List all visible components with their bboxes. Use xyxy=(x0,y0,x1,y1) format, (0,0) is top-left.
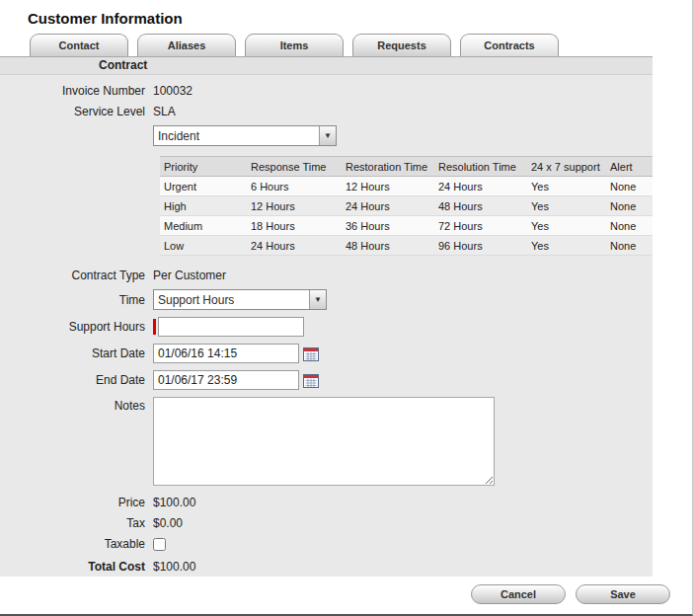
tab-contact[interactable]: Contact xyxy=(30,34,128,56)
cell: None xyxy=(606,196,653,216)
end-date-row: End Date xyxy=(0,370,653,390)
sla-type-select[interactable]: Incident ▼ xyxy=(153,125,337,146)
start-date-input[interactable] xyxy=(153,344,299,363)
cell: None xyxy=(606,177,653,196)
service-level-value: SLA xyxy=(153,105,176,118)
cell: None xyxy=(606,216,653,236)
cell: 18 Hours xyxy=(247,216,342,236)
cell: 12 Hours xyxy=(342,177,434,196)
tab-items[interactable]: Items xyxy=(245,34,344,56)
start-date-label: Start Date xyxy=(0,346,153,360)
column-header: 24 x 7 support xyxy=(527,157,606,177)
cell: Yes xyxy=(527,196,606,216)
column-header: Response Time xyxy=(247,157,342,177)
sla-type-select-value: Incident xyxy=(154,126,319,145)
time-select-value: Support Hours xyxy=(154,290,309,309)
tab-contracts[interactable]: Contracts xyxy=(460,34,559,56)
total-cost-row: Total Cost $100.00 xyxy=(0,560,653,574)
taxable-checkbox[interactable] xyxy=(153,538,166,551)
calendar-icon[interactable] xyxy=(303,346,319,361)
column-header: Priority xyxy=(160,157,247,177)
table-row: Medium 18 Hours 36 Hours 72 Hours Yes No… xyxy=(160,216,653,236)
cell: High xyxy=(160,196,247,216)
total-cost-value: $100.00 xyxy=(153,560,195,574)
cell: 36 Hours xyxy=(342,216,434,236)
page-title: Customer Information xyxy=(0,0,692,33)
cell: Yes xyxy=(527,216,606,236)
notes-label: Notes xyxy=(0,397,153,413)
end-date-label: End Date xyxy=(0,373,153,387)
table-row: Urgent 6 Hours 12 Hours 24 Hours Yes Non… xyxy=(160,177,653,196)
cell: Medium xyxy=(160,216,247,236)
table-row: Low 24 Hours 48 Hours 96 Hours Yes None xyxy=(160,236,653,256)
service-level-row: Service Level SLA xyxy=(0,105,653,118)
contract-type-label: Contract Type xyxy=(0,269,153,282)
invoice-number-row: Invoice Number 100032 xyxy=(0,84,653,98)
cell: Urgent xyxy=(160,177,247,196)
contract-form-panel: Contract Invoice Number 100032 Service L… xyxy=(0,56,653,577)
total-cost-label: Total Cost xyxy=(0,560,153,574)
chevron-down-icon[interactable]: ▼ xyxy=(309,290,326,309)
cell: 24 Hours xyxy=(342,196,434,216)
chevron-down-icon[interactable]: ▼ xyxy=(319,126,336,145)
column-header: Resolution Time xyxy=(434,157,527,177)
cell: 6 Hours xyxy=(247,177,342,196)
action-bar: Cancel Save xyxy=(0,577,692,604)
cell: Yes xyxy=(527,236,606,256)
tab-requests[interactable]: Requests xyxy=(352,34,451,56)
cell: 24 Hours xyxy=(434,177,527,196)
cell: Yes xyxy=(527,177,606,196)
customer-information-window: Customer Information Contact Aliases Ite… xyxy=(0,0,693,616)
tax-row: Tax $0.00 xyxy=(0,516,653,530)
start-date-row: Start Date xyxy=(0,344,653,363)
cancel-button[interactable]: Cancel xyxy=(471,584,566,604)
taxable-row: Taxable xyxy=(0,537,653,551)
contract-type-row: Contract Type Per Customer xyxy=(0,269,653,282)
column-header: Restoration Time xyxy=(342,157,434,177)
end-date-input[interactable] xyxy=(153,370,299,390)
notes-textarea[interactable] xyxy=(153,397,495,486)
support-hours-input[interactable] xyxy=(158,317,304,337)
section-header-contract: Contract xyxy=(0,57,653,75)
price-value: $100.00 xyxy=(153,496,195,509)
invoice-number-value: 100032 xyxy=(153,84,192,98)
time-row: Time Support Hours ▼ xyxy=(0,289,653,310)
tab-bar: Contact Aliases Items Requests Contracts xyxy=(0,33,692,56)
taxable-label: Taxable xyxy=(0,537,153,551)
sla-priority-table: Priority Response Time Restoration Time … xyxy=(160,156,653,256)
cell: 48 Hours xyxy=(434,196,527,216)
table-header-row: Priority Response Time Restoration Time … xyxy=(160,157,653,177)
support-hours-label: Support Hours xyxy=(0,320,153,334)
cell: Low xyxy=(160,236,247,256)
invoice-number-label: Invoice Number xyxy=(0,84,153,98)
support-hours-row: Support Hours xyxy=(0,317,653,337)
cell: 72 Hours xyxy=(434,216,527,236)
notes-row: Notes xyxy=(0,397,653,486)
tab-aliases[interactable]: Aliases xyxy=(137,34,236,56)
service-level-label: Service Level xyxy=(0,105,153,118)
table-row: High 12 Hours 24 Hours 48 Hours Yes None xyxy=(160,196,653,216)
cell: 48 Hours xyxy=(342,236,434,256)
cell: 24 Hours xyxy=(247,236,342,256)
price-row: Price $100.00 xyxy=(0,496,653,509)
time-label: Time xyxy=(0,293,153,307)
cell: 12 Hours xyxy=(247,196,342,216)
tax-label: Tax xyxy=(0,516,153,530)
contract-type-value: Per Customer xyxy=(153,269,226,282)
required-marker xyxy=(153,319,156,335)
sla-type-row: Incident ▼ xyxy=(0,125,653,146)
cell: 96 Hours xyxy=(434,236,527,256)
time-select[interactable]: Support Hours ▼ xyxy=(153,289,327,310)
save-button[interactable]: Save xyxy=(576,584,670,604)
calendar-icon[interactable] xyxy=(303,373,319,388)
column-header: Alert xyxy=(606,157,653,177)
tax-value: $0.00 xyxy=(153,516,183,530)
cell: None xyxy=(606,236,653,256)
price-label: Price xyxy=(0,496,153,509)
